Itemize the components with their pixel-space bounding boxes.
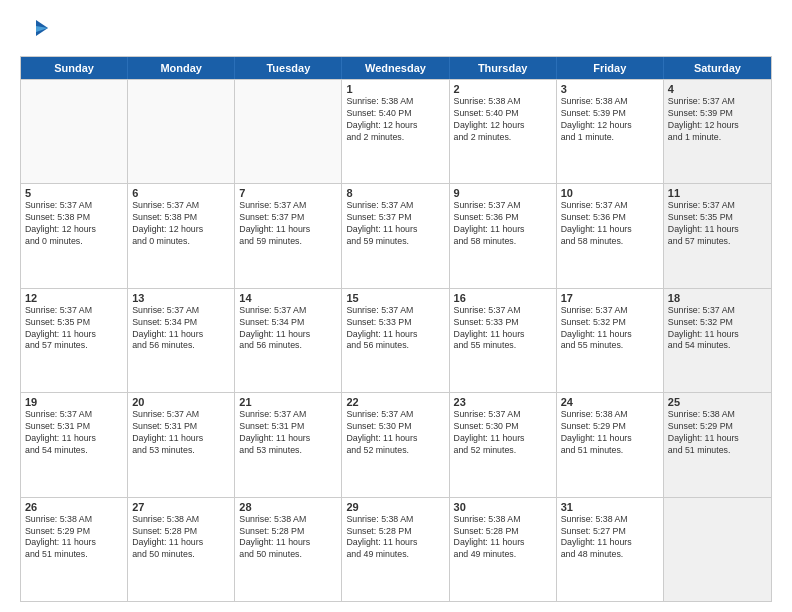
cell-info: Sunrise: 5:37 AM Sunset: 5:38 PM Dayligh… — [25, 200, 123, 248]
cell-info: Sunrise: 5:37 AM Sunset: 5:37 PM Dayligh… — [239, 200, 337, 248]
calendar-cell-9: 9Sunrise: 5:37 AM Sunset: 5:36 PM Daylig… — [450, 184, 557, 287]
calendar-cell-28: 28Sunrise: 5:38 AM Sunset: 5:28 PM Dayli… — [235, 498, 342, 601]
day-number: 21 — [239, 396, 337, 408]
calendar-cell-10: 10Sunrise: 5:37 AM Sunset: 5:36 PM Dayli… — [557, 184, 664, 287]
cell-info: Sunrise: 5:37 AM Sunset: 5:33 PM Dayligh… — [346, 305, 444, 353]
calendar-cell-5: 5Sunrise: 5:37 AM Sunset: 5:38 PM Daylig… — [21, 184, 128, 287]
cell-info: Sunrise: 5:37 AM Sunset: 5:35 PM Dayligh… — [668, 200, 767, 248]
day-number: 5 — [25, 187, 123, 199]
cell-info: Sunrise: 5:38 AM Sunset: 5:40 PM Dayligh… — [454, 96, 552, 144]
logo — [20, 18, 50, 46]
day-number: 2 — [454, 83, 552, 95]
calendar-row-0: 1Sunrise: 5:38 AM Sunset: 5:40 PM Daylig… — [21, 79, 771, 183]
day-number: 19 — [25, 396, 123, 408]
calendar-cell-26: 26Sunrise: 5:38 AM Sunset: 5:29 PM Dayli… — [21, 498, 128, 601]
calendar-cell-29: 29Sunrise: 5:38 AM Sunset: 5:28 PM Dayli… — [342, 498, 449, 601]
weekday-header-friday: Friday — [557, 57, 664, 79]
weekday-header-monday: Monday — [128, 57, 235, 79]
day-number: 31 — [561, 501, 659, 513]
calendar-row-2: 12Sunrise: 5:37 AM Sunset: 5:35 PM Dayli… — [21, 288, 771, 392]
cell-info: Sunrise: 5:38 AM Sunset: 5:39 PM Dayligh… — [561, 96, 659, 144]
calendar-cell-20: 20Sunrise: 5:37 AM Sunset: 5:31 PM Dayli… — [128, 393, 235, 496]
calendar-header: SundayMondayTuesdayWednesdayThursdayFrid… — [21, 57, 771, 79]
calendar-cell-1: 1Sunrise: 5:38 AM Sunset: 5:40 PM Daylig… — [342, 80, 449, 183]
cell-info: Sunrise: 5:38 AM Sunset: 5:28 PM Dayligh… — [132, 514, 230, 562]
calendar-cell-14: 14Sunrise: 5:37 AM Sunset: 5:34 PM Dayli… — [235, 289, 342, 392]
cell-info: Sunrise: 5:37 AM Sunset: 5:39 PM Dayligh… — [668, 96, 767, 144]
day-number: 10 — [561, 187, 659, 199]
cell-info: Sunrise: 5:38 AM Sunset: 5:28 PM Dayligh… — [454, 514, 552, 562]
day-number: 1 — [346, 83, 444, 95]
calendar-cell-2: 2Sunrise: 5:38 AM Sunset: 5:40 PM Daylig… — [450, 80, 557, 183]
day-number: 9 — [454, 187, 552, 199]
calendar-cell-empty-4-6 — [664, 498, 771, 601]
cell-info: Sunrise: 5:37 AM Sunset: 5:32 PM Dayligh… — [668, 305, 767, 353]
day-number: 22 — [346, 396, 444, 408]
day-number: 3 — [561, 83, 659, 95]
calendar-cell-19: 19Sunrise: 5:37 AM Sunset: 5:31 PM Dayli… — [21, 393, 128, 496]
calendar-cell-8: 8Sunrise: 5:37 AM Sunset: 5:37 PM Daylig… — [342, 184, 449, 287]
weekday-header-tuesday: Tuesday — [235, 57, 342, 79]
calendar-cell-17: 17Sunrise: 5:37 AM Sunset: 5:32 PM Dayli… — [557, 289, 664, 392]
calendar-cell-4: 4Sunrise: 5:37 AM Sunset: 5:39 PM Daylig… — [664, 80, 771, 183]
calendar-cell-24: 24Sunrise: 5:38 AM Sunset: 5:29 PM Dayli… — [557, 393, 664, 496]
day-number: 16 — [454, 292, 552, 304]
day-number: 27 — [132, 501, 230, 513]
cell-info: Sunrise: 5:37 AM Sunset: 5:33 PM Dayligh… — [454, 305, 552, 353]
cell-info: Sunrise: 5:38 AM Sunset: 5:40 PM Dayligh… — [346, 96, 444, 144]
weekday-header-wednesday: Wednesday — [342, 57, 449, 79]
cell-info: Sunrise: 5:37 AM Sunset: 5:36 PM Dayligh… — [454, 200, 552, 248]
header — [20, 18, 772, 46]
calendar-row-1: 5Sunrise: 5:37 AM Sunset: 5:38 PM Daylig… — [21, 183, 771, 287]
cell-info: Sunrise: 5:37 AM Sunset: 5:31 PM Dayligh… — [132, 409, 230, 457]
day-number: 26 — [25, 501, 123, 513]
day-number: 7 — [239, 187, 337, 199]
calendar-cell-27: 27Sunrise: 5:38 AM Sunset: 5:28 PM Dayli… — [128, 498, 235, 601]
cell-info: Sunrise: 5:37 AM Sunset: 5:30 PM Dayligh… — [346, 409, 444, 457]
day-number: 6 — [132, 187, 230, 199]
weekday-header-thursday: Thursday — [450, 57, 557, 79]
day-number: 25 — [668, 396, 767, 408]
cell-info: Sunrise: 5:37 AM Sunset: 5:37 PM Dayligh… — [346, 200, 444, 248]
calendar-cell-25: 25Sunrise: 5:38 AM Sunset: 5:29 PM Dayli… — [664, 393, 771, 496]
day-number: 29 — [346, 501, 444, 513]
day-number: 11 — [668, 187, 767, 199]
cell-info: Sunrise: 5:37 AM Sunset: 5:38 PM Dayligh… — [132, 200, 230, 248]
calendar-row-4: 26Sunrise: 5:38 AM Sunset: 5:29 PM Dayli… — [21, 497, 771, 601]
cell-info: Sunrise: 5:38 AM Sunset: 5:29 PM Dayligh… — [668, 409, 767, 457]
day-number: 24 — [561, 396, 659, 408]
calendar-cell-23: 23Sunrise: 5:37 AM Sunset: 5:30 PM Dayli… — [450, 393, 557, 496]
day-number: 20 — [132, 396, 230, 408]
day-number: 15 — [346, 292, 444, 304]
calendar-cell-22: 22Sunrise: 5:37 AM Sunset: 5:30 PM Dayli… — [342, 393, 449, 496]
cell-info: Sunrise: 5:37 AM Sunset: 5:34 PM Dayligh… — [239, 305, 337, 353]
calendar-cell-empty-0-0 — [21, 80, 128, 183]
calendar-cell-11: 11Sunrise: 5:37 AM Sunset: 5:35 PM Dayli… — [664, 184, 771, 287]
calendar-cell-15: 15Sunrise: 5:37 AM Sunset: 5:33 PM Dayli… — [342, 289, 449, 392]
calendar-cell-13: 13Sunrise: 5:37 AM Sunset: 5:34 PM Dayli… — [128, 289, 235, 392]
day-number: 17 — [561, 292, 659, 304]
day-number: 12 — [25, 292, 123, 304]
cell-info: Sunrise: 5:38 AM Sunset: 5:29 PM Dayligh… — [25, 514, 123, 562]
calendar-cell-30: 30Sunrise: 5:38 AM Sunset: 5:28 PM Dayli… — [450, 498, 557, 601]
day-number: 4 — [668, 83, 767, 95]
cell-info: Sunrise: 5:37 AM Sunset: 5:36 PM Dayligh… — [561, 200, 659, 248]
day-number: 30 — [454, 501, 552, 513]
day-number: 8 — [346, 187, 444, 199]
calendar-cell-3: 3Sunrise: 5:38 AM Sunset: 5:39 PM Daylig… — [557, 80, 664, 183]
cell-info: Sunrise: 5:37 AM Sunset: 5:31 PM Dayligh… — [239, 409, 337, 457]
calendar-cell-7: 7Sunrise: 5:37 AM Sunset: 5:37 PM Daylig… — [235, 184, 342, 287]
page: SundayMondayTuesdayWednesdayThursdayFrid… — [0, 0, 792, 612]
day-number: 14 — [239, 292, 337, 304]
calendar: SundayMondayTuesdayWednesdayThursdayFrid… — [20, 56, 772, 602]
day-number: 23 — [454, 396, 552, 408]
cell-info: Sunrise: 5:38 AM Sunset: 5:28 PM Dayligh… — [346, 514, 444, 562]
calendar-cell-21: 21Sunrise: 5:37 AM Sunset: 5:31 PM Dayli… — [235, 393, 342, 496]
logo-icon — [22, 18, 50, 46]
calendar-cell-18: 18Sunrise: 5:37 AM Sunset: 5:32 PM Dayli… — [664, 289, 771, 392]
cell-info: Sunrise: 5:37 AM Sunset: 5:30 PM Dayligh… — [454, 409, 552, 457]
cell-info: Sunrise: 5:38 AM Sunset: 5:29 PM Dayligh… — [561, 409, 659, 457]
calendar-cell-empty-0-1 — [128, 80, 235, 183]
calendar-body: 1Sunrise: 5:38 AM Sunset: 5:40 PM Daylig… — [21, 79, 771, 601]
calendar-cell-31: 31Sunrise: 5:38 AM Sunset: 5:27 PM Dayli… — [557, 498, 664, 601]
